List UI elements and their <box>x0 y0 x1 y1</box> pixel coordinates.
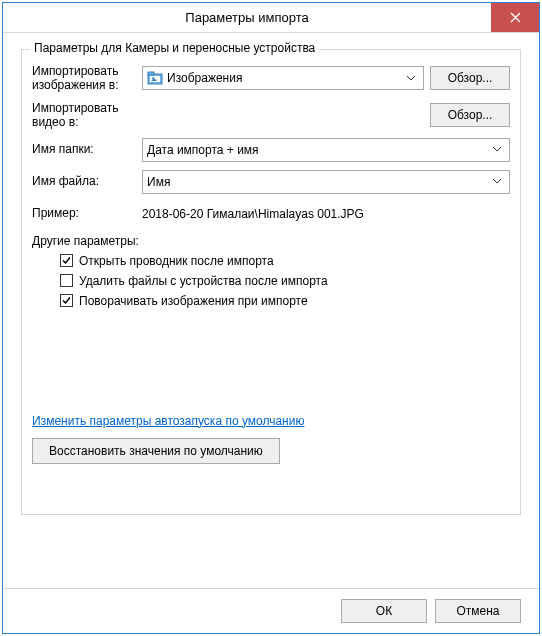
check-icon <box>61 255 72 266</box>
checkbox-label: Поворачивать изображения при импорте <box>79 294 308 308</box>
check-icon <box>61 295 72 306</box>
browse-video-button[interactable]: Обзор... <box>430 103 510 127</box>
change-autoplay-link[interactable]: Изменить параметры автозапуска по умолча… <box>32 414 304 428</box>
import-images-folder-value: Изображения <box>167 71 403 85</box>
example-label: Пример: <box>32 206 142 220</box>
folder-pictures-icon <box>147 70 163 86</box>
chevron-down-icon <box>403 76 419 81</box>
import-images-folder-combo[interactable]: Изображения <box>142 66 424 90</box>
folder-name-label: Имя папки: <box>32 142 142 156</box>
content-area: Параметры для Камеры и переносные устрой… <box>3 33 539 588</box>
close-button[interactable] <box>491 3 539 32</box>
folder-name-combo[interactable]: Дата импорта + имя <box>142 138 510 162</box>
checkbox-label: Открыть проводник после импорта <box>79 254 274 268</box>
folder-name-value: Дата импорта + имя <box>147 143 489 157</box>
example-row: Пример: 2018-06-20 Гималаи\Himalayas 001… <box>32 202 510 226</box>
dialog-window: Параметры импорта Параметры для Камеры и… <box>2 2 540 634</box>
import-video-row: Импортировать видео в: Обзор... <box>32 101 510 130</box>
import-settings-group: Параметры для Камеры и переносные устрой… <box>21 49 521 515</box>
svg-rect-1 <box>148 72 154 75</box>
file-name-combo[interactable]: Имя <box>142 170 510 194</box>
titlebar: Параметры импорта <box>3 3 539 33</box>
cancel-button[interactable]: Отмена <box>435 599 521 623</box>
checkbox-label: Удалить файлы с устройства после импорта <box>79 274 328 288</box>
close-icon <box>510 12 521 23</box>
file-name-row: Имя файла: Имя <box>32 170 510 194</box>
window-title: Параметры импорта <box>3 3 491 32</box>
checkbox-row: Поворачивать изображения при импорте <box>60 294 510 308</box>
import-images-row: Импортировать изображения в: Изображения… <box>32 64 510 93</box>
browse-images-button[interactable]: Обзор... <box>430 66 510 90</box>
chevron-down-icon <box>489 147 505 152</box>
checkbox-0[interactable] <box>60 254 73 267</box>
dialog-footer: ОК Отмена <box>3 588 539 633</box>
other-options-label: Другие параметры: <box>32 234 510 248</box>
checkbox-row: Удалить файлы с устройства после импорта <box>60 274 510 288</box>
restore-defaults-button[interactable]: Восстановить значения по умолчанию <box>32 438 280 464</box>
groupbox-legend: Параметры для Камеры и переносные устрой… <box>30 41 319 55</box>
checkbox-1[interactable] <box>60 274 73 287</box>
chevron-down-icon <box>489 179 505 184</box>
ok-button[interactable]: ОК <box>341 599 427 623</box>
example-value: 2018-06-20 Гималаи\Himalayas 001.JPG <box>142 207 364 221</box>
import-images-label: Импортировать изображения в: <box>32 64 142 93</box>
checkbox-row: Открыть проводник после импорта <box>60 254 510 268</box>
file-name-label: Имя файла: <box>32 174 142 188</box>
import-video-label: Импортировать видео в: <box>32 101 142 130</box>
checkbox-2[interactable] <box>60 294 73 307</box>
file-name-value: Имя <box>147 175 489 189</box>
folder-name-row: Имя папки: Дата импорта + имя <box>32 138 510 162</box>
